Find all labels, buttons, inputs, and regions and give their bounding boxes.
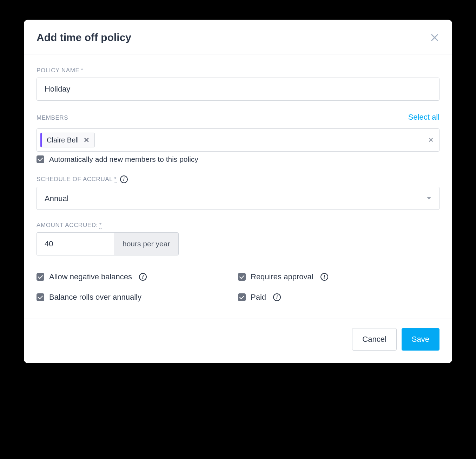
- schedule-label: SCHEDULE OF ACCRUAL *: [37, 175, 128, 183]
- amount-input[interactable]: [37, 232, 114, 255]
- label-text: SCHEDULE OF ACCRUAL: [37, 176, 113, 183]
- label-text: POLICY NAME: [37, 67, 80, 74]
- requires-approval-label: Requires approval: [251, 272, 313, 281]
- modal-footer: Cancel Save: [24, 319, 452, 363]
- members-tags-input[interactable]: Claire Bell ✕ ✕: [37, 128, 439, 152]
- allow-negative-checkbox[interactable]: [37, 273, 44, 281]
- auto-add-checkbox[interactable]: [37, 155, 44, 163]
- close-icon[interactable]: [430, 33, 439, 42]
- requires-approval-checkbox[interactable]: [238, 273, 246, 281]
- policy-name-field: POLICY NAME *: [37, 67, 439, 101]
- required-indicator: *: [99, 222, 102, 229]
- remove-tag-icon[interactable]: ✕: [84, 136, 90, 144]
- schedule-field: SCHEDULE OF ACCRUAL * Annual: [37, 175, 439, 210]
- save-button[interactable]: Save: [402, 328, 439, 351]
- allow-negative-label: Allow negative balances: [49, 272, 132, 281]
- auto-add-row: Automatically add new members to this po…: [37, 155, 439, 164]
- modal-body: POLICY NAME * MEMBERS Select all Claire …: [24, 54, 452, 319]
- modal-title: Add time off policy: [37, 32, 131, 44]
- policy-name-label: POLICY NAME *: [37, 67, 83, 74]
- add-time-off-policy-modal: Add time off policy POLICY NAME * MEMBER…: [24, 20, 452, 363]
- cancel-button[interactable]: Cancel: [352, 328, 396, 351]
- rollover-checkbox[interactable]: [37, 293, 44, 301]
- info-icon[interactable]: [120, 175, 128, 183]
- paid-checkbox[interactable]: [238, 293, 246, 301]
- allow-negative-option: Allow negative balances: [37, 272, 238, 281]
- amount-label: AMOUNT ACCRUED: *: [37, 222, 102, 229]
- paid-label: Paid: [251, 293, 266, 302]
- rollover-label: Balance rolls over annually: [49, 293, 141, 302]
- members-field: MEMBERS Select all Claire Bell ✕ ✕ Autom…: [37, 113, 439, 164]
- required-indicator: *: [114, 176, 117, 183]
- member-tag: Claire Bell ✕: [40, 133, 95, 147]
- members-label: MEMBERS: [37, 114, 68, 121]
- policy-name-input[interactable]: [37, 78, 439, 101]
- required-indicator: *: [81, 67, 84, 74]
- schedule-select[interactable]: Annual: [37, 187, 439, 210]
- amount-unit-label: hours per year: [114, 232, 179, 255]
- clear-all-icon[interactable]: ✕: [428, 136, 434, 144]
- label-text: AMOUNT ACCRUED:: [37, 222, 98, 229]
- auto-add-label: Automatically add new members to this po…: [49, 155, 198, 164]
- rollover-option: Balance rolls over annually: [37, 293, 238, 302]
- options-grid: Allow negative balances Requires approva…: [37, 272, 439, 302]
- info-icon[interactable]: [320, 273, 328, 281]
- paid-option: Paid: [238, 293, 439, 302]
- info-icon[interactable]: [273, 293, 281, 301]
- schedule-select-wrap: Annual: [37, 187, 439, 210]
- select-all-link[interactable]: Select all: [408, 113, 439, 122]
- info-icon[interactable]: [139, 273, 147, 281]
- requires-approval-option: Requires approval: [238, 272, 439, 281]
- modal-header: Add time off policy: [24, 20, 452, 54]
- amount-field: AMOUNT ACCRUED: * hours per year: [37, 222, 439, 255]
- member-tag-label: Claire Bell: [47, 136, 79, 144]
